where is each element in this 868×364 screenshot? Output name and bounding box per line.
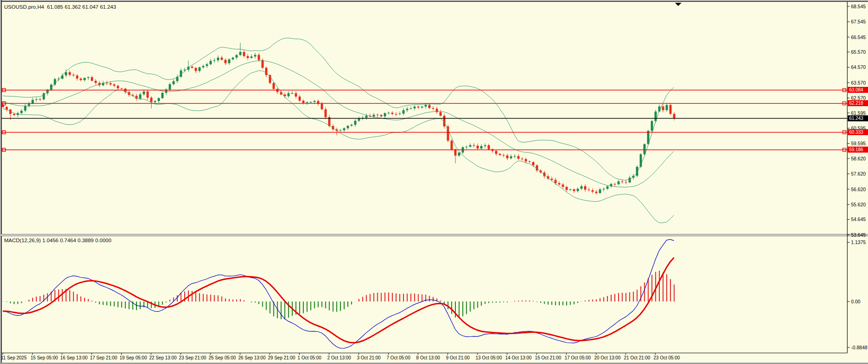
candle-body [154,101,156,102]
candle-body [250,57,253,58]
candle-body [39,99,41,100]
candle-body [621,182,624,182]
candle-body [224,60,227,63]
bollinger-lower-band [3,71,674,223]
candle-body [65,72,67,75]
candle-body [384,113,386,116]
candle-body [480,146,482,148]
level-price-tag: 62.218 [848,100,868,106]
candle-body [310,102,312,102]
time-axis-label: 21 Oct 21:00 [624,355,650,360]
candle-body [120,88,123,89]
time-axis-label: 2 Oct 13:00 [327,355,351,360]
candle-body [532,162,534,165]
candle-body [254,55,256,57]
candle-body [421,107,423,108]
candle-body [109,83,112,85]
candle-body [76,75,78,79]
candle-body [595,192,597,193]
candle-body [662,107,664,110]
time-axis-label: 13 Oct 05:00 [476,355,502,360]
time-axis-label: 9 Oct 21:00 [446,355,470,360]
candle-body [199,68,201,71]
candle-body [673,114,675,119]
macd-axis-label: -0.8848 [851,345,868,350]
candle-body [147,91,149,98]
candle-body [550,179,553,180]
candle-body [191,67,193,68]
candle-body [354,121,357,125]
chart-shift-marker[interactable] [675,3,681,6]
candle-body [358,119,360,121]
time-axis-label: 15 Oct 21:00 [535,355,561,360]
candle-body [339,130,341,131]
candle-body [376,115,379,115]
candle-body [313,101,316,102]
candle-body [410,108,412,109]
candle-body [68,72,71,75]
candle-body [606,186,608,188]
candle-body [106,83,108,83]
candle-body [243,52,245,56]
candle-body [213,60,216,61]
candle-body [158,98,160,101]
candle-body [558,183,561,185]
candle-body [618,182,620,184]
price-axis-label: 56.620 [851,187,866,192]
price-axis-label: 67.545 [851,19,866,24]
candle-body [299,97,301,101]
macd-axis-label: 1.1375 [851,239,866,245]
macd-indicator-label: MACD(12,26,9) 1.0456 0.7464 0.3889 0.000… [4,238,111,243]
time-axis-label: 23 Oct 05:00 [653,355,680,360]
candle-body [566,187,568,190]
candle-body [417,107,420,108]
candle-body [447,126,449,141]
candle-body [458,153,460,156]
candle-body [469,145,471,147]
candle-body [169,84,171,90]
candle-body [61,75,63,79]
candle-body [24,106,26,111]
candle-body [291,93,293,94]
candle-body [265,68,267,75]
candle-body [117,86,119,89]
candle-body [276,89,278,92]
candle-body [380,115,382,116]
price-axis-label: 62.570 [851,95,866,101]
time-axis-label: 22 Sep 13:00 [149,355,177,360]
candle-body [528,161,531,162]
candle-body [228,59,230,63]
candle-body [454,149,457,155]
candle-body [510,156,512,158]
candle-body [666,105,668,110]
candle-body [195,68,197,71]
candle-body [588,190,590,190]
candle-body [235,55,238,58]
candle-body [432,108,434,109]
candle-body [295,93,297,97]
candle-body [414,107,416,108]
candle-body [406,109,408,110]
time-axis-label: 29 Sep 21:00 [268,355,295,360]
candle-body [28,104,30,106]
candle-body [306,102,308,102]
candle-body [72,75,74,75]
candle-body [210,61,212,64]
candle-body [395,114,397,114]
candle-body [143,91,145,94]
time-axis-label: 3 Oct 21:00 [357,355,381,360]
candle-body [347,126,349,128]
time-axis-label: 23 Sep 21:00 [179,355,206,360]
time-axis-label: 11 Sep 2025 [1,355,27,360]
level-price-tag: 63.084 [848,87,868,93]
time-axis-label: 1 Oct 05:00 [298,355,322,360]
price-axis-label: 65.570 [851,49,866,55]
time-axis-label: 8 Oct 13:00 [416,355,440,360]
candle-body [625,182,627,182]
candle-body [521,159,523,159]
current-price-tag: 61.243 [848,115,868,121]
candle-body [247,56,249,58]
candle-body [425,105,427,107]
chart-canvas[interactable] [0,0,868,364]
candle-body [6,107,8,110]
